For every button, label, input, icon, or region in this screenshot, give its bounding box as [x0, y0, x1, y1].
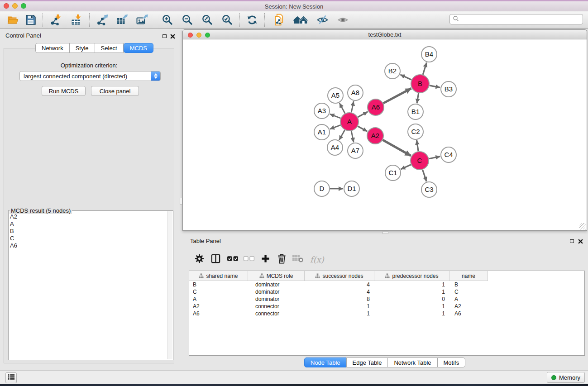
- node-B3[interactable]: B3: [441, 81, 456, 97]
- node-A4[interactable]: A4: [327, 140, 343, 155]
- node-A5[interactable]: A5: [328, 88, 343, 103]
- edge-A-A2[interactable]: [358, 126, 367, 131]
- export-image-button[interactable]: [134, 13, 150, 27]
- table-row[interactable]: A6connector11A6: [189, 310, 584, 317]
- tab-network[interactable]: Network: [35, 43, 70, 53]
- result-item[interactable]: A6: [10, 242, 17, 249]
- node-D[interactable]: D: [314, 181, 330, 196]
- table-panel-close-button[interactable]: [578, 238, 583, 244]
- tab-motifs[interactable]: Motifs: [437, 357, 466, 367]
- export-table-button[interactable]: [114, 13, 130, 27]
- edge-A6-B[interactable]: [383, 88, 411, 103]
- panel-divider-handle[interactable]: [180, 198, 182, 205]
- table-row[interactable]: Cdominator41C: [189, 288, 584, 295]
- edge-B-B4[interactable]: [423, 62, 426, 75]
- node-A8[interactable]: A8: [348, 85, 363, 100]
- node-C4[interactable]: C4: [441, 147, 456, 162]
- result-item[interactable]: A2: [10, 213, 17, 220]
- zoom-in-button[interactable]: [160, 13, 175, 27]
- table-settings-button[interactable]: [192, 253, 206, 266]
- node-B[interactable]: B: [411, 75, 429, 93]
- edge-A-A7[interactable]: [351, 131, 354, 143]
- search-input[interactable]: [461, 16, 580, 23]
- refresh-button[interactable]: [244, 13, 260, 27]
- node-B2[interactable]: B2: [385, 63, 400, 79]
- node-C2[interactable]: C2: [408, 124, 423, 139]
- node-B4[interactable]: B4: [421, 47, 437, 62]
- node-C1[interactable]: C1: [385, 165, 401, 181]
- memory-button[interactable]: Memory: [547, 372, 585, 383]
- search-box[interactable]: [449, 14, 583, 24]
- column-header-name[interactable]: name: [449, 271, 488, 281]
- node-D1[interactable]: D1: [344, 181, 359, 196]
- tab-select[interactable]: Select: [95, 43, 124, 53]
- open-session-button[interactable]: [5, 13, 20, 27]
- table-panel-float-button[interactable]: [569, 238, 574, 244]
- column-header-mcds-role[interactable]: MCDS role: [248, 271, 305, 281]
- export-network-button[interactable]: [94, 13, 110, 27]
- tab-style[interactable]: Style: [69, 43, 95, 53]
- tab-edge-table[interactable]: Edge Table: [346, 357, 388, 367]
- edge-C-C1[interactable]: [401, 165, 411, 169]
- edge-A-A8[interactable]: [351, 101, 354, 113]
- node-A3[interactable]: A3: [314, 103, 330, 119]
- hide-selected-button[interactable]: [314, 13, 331, 27]
- network-close-button[interactable]: [188, 33, 193, 38]
- first-neighbors-button[interactable]: [291, 13, 310, 27]
- result-item[interactable]: B: [10, 228, 17, 235]
- node-A6[interactable]: A6: [368, 99, 384, 115]
- network-minimize-button[interactable]: [196, 33, 201, 38]
- column-header-predecessor-nodes[interactable]: predecessor nodes: [374, 271, 449, 281]
- network-canvas[interactable]: AA1A2A3A4A5A6A7A8BB1B2B3B4CC1C2C3C4DD1: [182, 39, 587, 231]
- import-table-button[interactable]: [68, 13, 85, 27]
- create-column-button[interactable]: [258, 253, 272, 266]
- edge-A-A1[interactable]: [330, 125, 341, 129]
- network-zoom-button[interactable]: [205, 33, 210, 38]
- clone-network-button[interactable]: [271, 13, 287, 27]
- control-panel-close-button[interactable]: [170, 33, 175, 39]
- node-A7[interactable]: A7: [348, 143, 363, 158]
- show-columns-button[interactable]: [209, 253, 222, 266]
- edge-C-C3[interactable]: [423, 170, 427, 181]
- node-C[interactable]: C: [411, 152, 429, 170]
- node-B1[interactable]: B1: [408, 104, 423, 119]
- table-row[interactable]: Adominator80A: [189, 295, 584, 303]
- edge-A2-C[interactable]: [383, 140, 411, 156]
- table-row[interactable]: A2connector11A2: [189, 303, 584, 310]
- edge-A-A3[interactable]: [330, 114, 341, 118]
- delete-column-button[interactable]: [275, 253, 288, 266]
- select-all-button[interactable]: [226, 253, 239, 266]
- table-row[interactable]: Bdominator41B: [189, 281, 584, 288]
- node-C3[interactable]: C3: [421, 182, 437, 197]
- tab-network-table[interactable]: Network Table: [387, 357, 437, 367]
- show-all-button[interactable]: [335, 13, 351, 27]
- edge-A-A4[interactable]: [339, 130, 344, 140]
- import-network-button[interactable]: [48, 13, 64, 27]
- result-item[interactable]: C: [10, 235, 17, 242]
- result-scrollbar[interactable]: [167, 211, 172, 359]
- edge-B-B3[interactable]: [430, 86, 440, 88]
- zoom-selected-button[interactable]: [220, 13, 235, 27]
- column-header-successor-nodes[interactable]: successor nodes: [305, 271, 374, 281]
- close-panel-button[interactable]: Close panel: [91, 86, 139, 96]
- task-history-button[interactable]: [5, 372, 17, 383]
- edge-A-A5[interactable]: [339, 103, 345, 114]
- network-window-titlebar[interactable]: testGlobe.txt: [182, 29, 587, 39]
- edge-A-A6[interactable]: [358, 112, 368, 117]
- tab-node-table[interactable]: Node Table: [304, 357, 347, 367]
- node-A[interactable]: A: [340, 113, 359, 131]
- edge-B-B2[interactable]: [400, 75, 411, 80]
- node-A2[interactable]: A2: [367, 128, 383, 144]
- optimization-criterion-dropdown[interactable]: largest connected component (directed): [19, 71, 161, 81]
- column-header-shared-name[interactable]: shared name: [189, 271, 248, 281]
- edge-C-C2[interactable]: [417, 140, 419, 151]
- zoom-out-button[interactable]: [180, 13, 195, 27]
- window-resize-grip[interactable]: [579, 223, 586, 229]
- edge-C-C4[interactable]: [429, 157, 440, 159]
- edge-B-B1[interactable]: [417, 93, 419, 104]
- run-mcds-button[interactable]: Run MCDS: [42, 86, 86, 96]
- result-item[interactable]: A: [10, 220, 17, 228]
- tab-mcds[interactable]: MCDS: [124, 43, 153, 53]
- save-session-button[interactable]: [24, 13, 38, 27]
- zoom-fit-button[interactable]: [200, 13, 215, 27]
